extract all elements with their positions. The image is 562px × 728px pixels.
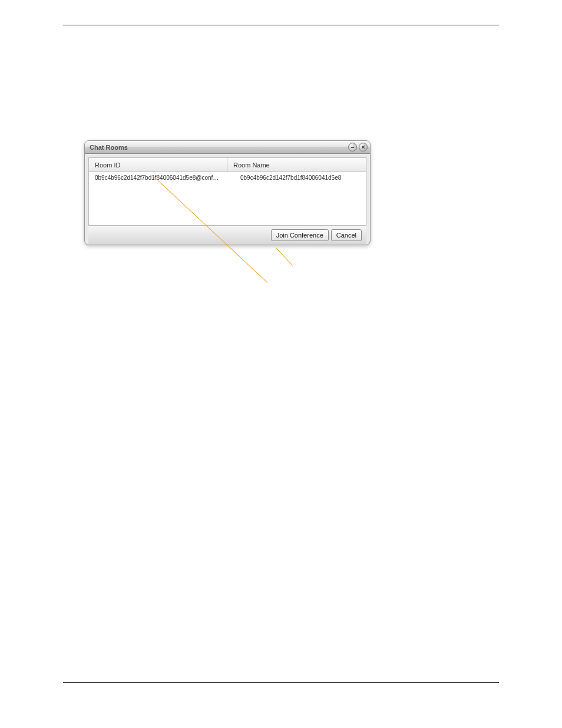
column-header-room-name[interactable]: Room Name [227,158,366,172]
close-icon[interactable] [359,143,368,151]
page-rule-bottom [63,682,499,683]
callout-line [276,248,293,266]
titlebar[interactable]: Chat Rooms [85,141,370,154]
table-body: 0b9c4b96c2d142f7bd1f84006041d5e8@conf… 0… [89,172,366,225]
cell-room-name: 0b9c4b96c2d142f7bd1f84006041d5e8 [227,174,366,181]
cell-room-id: 0b9c4b96c2d142f7bd1f84006041d5e8@conf… [89,174,227,181]
dialog-title: Chat Rooms [90,144,346,151]
dialog-footer: Join Conference Cancel [88,225,366,245]
minimize-icon[interactable] [348,143,357,151]
cancel-button[interactable]: Cancel [331,229,362,241]
chat-rooms-dialog: Chat Rooms Room ID Room Name 0b9c4b96c2d… [84,140,371,245]
column-header-room-id[interactable]: Room ID [89,158,227,172]
join-conference-button[interactable]: Join Conference [271,229,329,241]
page-rule-top [63,25,499,25]
room-table: Room ID Room Name 0b9c4b96c2d142f7bd1f84… [88,157,366,225]
table-row[interactable]: 0b9c4b96c2d142f7bd1f84006041d5e8@conf… 0… [89,172,366,183]
table-header: Room ID Room Name [89,158,366,172]
